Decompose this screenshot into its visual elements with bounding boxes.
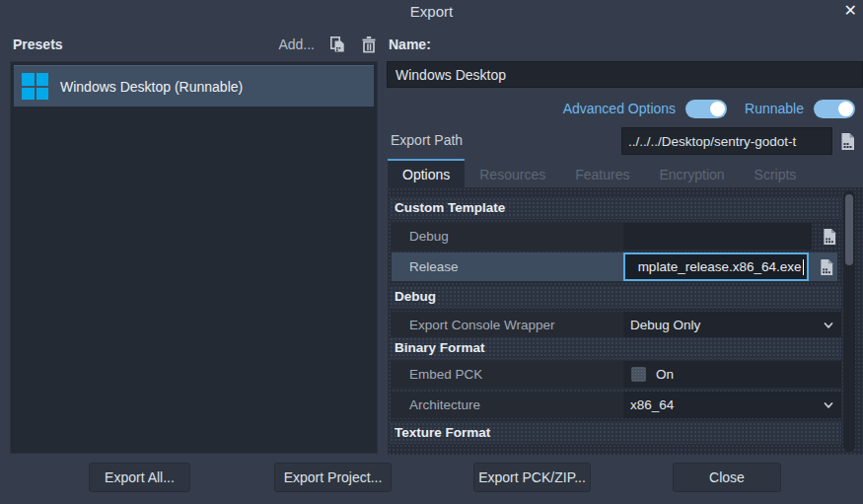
chevron-down-icon	[823, 399, 834, 411]
add-preset-button[interactable]: Add...	[278, 36, 315, 52]
file-icon	[822, 228, 837, 246]
toggles-row: Advanced Options Runnable	[388, 97, 855, 120]
embed-pck-value: On	[656, 367, 674, 382]
runnable-toggle[interactable]	[814, 100, 855, 118]
section-texture-format: Texture Format	[390, 422, 841, 444]
export-path-label: Export Path	[391, 132, 463, 148]
embed-pck-label: Embed PCK	[392, 361, 623, 388]
console-wrapper-label: Export Console Wrapper	[392, 312, 623, 338]
tab-encryption[interactable]: Encryption	[644, 159, 739, 187]
close-icon[interactable]: ✕	[844, 2, 857, 20]
release-template-input[interactable]: mplate_release.x86_64.exe	[623, 252, 809, 281]
close-button[interactable]: Close	[673, 463, 781, 492]
tab-features[interactable]: Features	[560, 159, 644, 187]
text-caret	[803, 259, 805, 275]
row-embed-pck: Embed PCK On	[392, 361, 841, 388]
vertical-scrollbar[interactable]	[843, 190, 855, 452]
console-wrapper-dropdown[interactable]: Debug Only	[623, 312, 841, 338]
preset-list: Windows Desktop (Runnable)	[10, 61, 378, 454]
tab-options[interactable]: Options	[388, 159, 465, 187]
dialog-title: Export	[0, 3, 863, 20]
release-template-browse-button[interactable]	[816, 256, 837, 278]
export-pck-zip-button[interactable]: Export PCK/ZIP...	[473, 463, 591, 492]
row-custom-template-release: Release mplate_release.x86_64.exe	[392, 252, 837, 281]
embed-pck-cell: On	[623, 361, 841, 388]
name-input[interactable]	[387, 61, 863, 88]
file-icon	[839, 132, 856, 151]
architecture-dropdown[interactable]: x86_64	[623, 392, 841, 418]
console-wrapper-value: Debug Only	[623, 318, 700, 332]
duplicate-preset-icon[interactable]	[328, 36, 346, 53]
export-project-button[interactable]: Export Project...	[274, 463, 392, 492]
preset-item-windows-desktop[interactable]: Windows Desktop (Runnable)	[14, 65, 374, 107]
section-custom-template: Custom Template	[390, 197, 841, 219]
windows-logo-icon	[22, 73, 48, 100]
advanced-options-label: Advanced Options	[563, 101, 676, 116]
tab-resources[interactable]: Resources	[465, 159, 560, 187]
release-template-value: mplate_release.x86_64.exe	[638, 259, 802, 274]
section-binary-format: Binary Format	[390, 337, 841, 359]
tab-scripts[interactable]: Scripts	[740, 159, 812, 187]
release-template-label: Release	[392, 252, 623, 281]
export-all-button[interactable]: Export All...	[89, 463, 190, 492]
architecture-label: Architecture	[392, 392, 623, 418]
advanced-options-toggle[interactable]	[685, 100, 727, 118]
delete-preset-icon[interactable]	[360, 36, 378, 53]
architecture-value: x86_64	[623, 397, 674, 412]
tab-bar: Options Resources Features Encryption Sc…	[388, 159, 863, 187]
export-path-browse-button[interactable]	[834, 128, 860, 154]
preset-item-label: Windows Desktop (Runnable)	[60, 79, 243, 95]
embed-pck-checkbox[interactable]	[631, 367, 646, 382]
row-custom-template-debug: Debug	[392, 223, 840, 250]
chevron-down-icon	[823, 320, 834, 331]
debug-template-label: Debug	[392, 223, 623, 250]
row-architecture: Architecture x86_64	[392, 392, 841, 418]
runnable-label: Runnable	[745, 101, 804, 116]
export-path-input[interactable]	[621, 127, 832, 155]
options-panel: Custom Template Debug Release mplate_rel…	[388, 187, 863, 455]
debug-template-browse-button[interactable]	[819, 226, 840, 248]
file-icon	[819, 258, 834, 276]
debug-template-input[interactable]	[623, 223, 812, 250]
scrollbar-handle[interactable]	[845, 194, 853, 265]
name-label: Name:	[389, 36, 431, 52]
row-export-console-wrapper: Export Console Wrapper Debug Only	[392, 312, 841, 338]
presets-actions: Add...	[264, 36, 378, 53]
section-debug: Debug	[390, 286, 841, 308]
presets-heading: Presets	[13, 36, 63, 52]
